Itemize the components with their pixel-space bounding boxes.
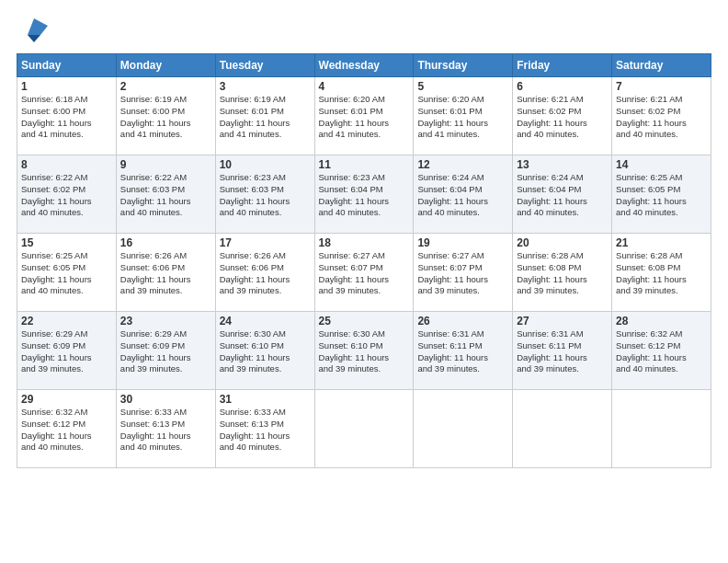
calendar-cell: 29Sunrise: 6:32 AMSunset: 6:12 PMDayligh… xyxy=(17,390,117,468)
cell-content: Sunrise: 6:28 AMSunset: 6:08 PMDaylight:… xyxy=(616,250,707,297)
cell-content: Sunrise: 6:29 AMSunset: 6:09 PMDaylight:… xyxy=(21,328,112,375)
calendar-cell: 11Sunrise: 6:23 AMSunset: 6:04 PMDayligh… xyxy=(314,155,414,234)
calendar-cell: 1Sunrise: 6:18 AMSunset: 6:00 PMDaylight… xyxy=(17,77,117,155)
cell-content: Sunrise: 6:21 AMSunset: 6:02 PMDaylight:… xyxy=(616,94,707,141)
calendar-cell: 23Sunrise: 6:29 AMSunset: 6:09 PMDayligh… xyxy=(116,312,215,390)
day-number: 1 xyxy=(21,80,112,93)
calendar-cell xyxy=(513,390,612,468)
cell-content: Sunrise: 6:20 AMSunset: 6:01 PMDaylight:… xyxy=(319,94,410,141)
calendar: SundayMondayTuesdayWednesdayThursdayFrid… xyxy=(17,53,711,468)
calendar-cell: 25Sunrise: 6:30 AMSunset: 6:10 PMDayligh… xyxy=(314,312,414,390)
calendar-cell: 12Sunrise: 6:24 AMSunset: 6:04 PMDayligh… xyxy=(414,155,513,234)
day-number: 11 xyxy=(319,158,410,171)
calendar-cell: 31Sunrise: 6:33 AMSunset: 6:13 PMDayligh… xyxy=(215,390,314,468)
day-number: 22 xyxy=(21,315,112,327)
day-number: 7 xyxy=(616,80,707,93)
day-number: 15 xyxy=(21,236,112,249)
calendar-cell xyxy=(414,390,513,468)
cell-content: Sunrise: 6:33 AMSunset: 6:13 PMDaylight:… xyxy=(220,407,311,454)
day-number: 17 xyxy=(220,236,311,249)
calendar-cell: 15Sunrise: 6:25 AMSunset: 6:05 PMDayligh… xyxy=(17,234,117,312)
cell-content: Sunrise: 6:30 AMSunset: 6:10 PMDaylight:… xyxy=(220,328,311,375)
weekday-header: Sunday xyxy=(17,54,117,77)
weekday-header: Thursday xyxy=(414,54,513,77)
calendar-cell: 19Sunrise: 6:27 AMSunset: 6:07 PMDayligh… xyxy=(414,234,513,312)
day-number: 29 xyxy=(21,393,112,406)
calendar-cell: 21Sunrise: 6:28 AMSunset: 6:08 PMDayligh… xyxy=(612,234,711,312)
day-number: 10 xyxy=(220,158,311,171)
cell-content: Sunrise: 6:22 AMSunset: 6:03 PMDaylight:… xyxy=(120,172,211,219)
day-number: 23 xyxy=(120,315,211,327)
cell-content: Sunrise: 6:33 AMSunset: 6:13 PMDaylight:… xyxy=(120,407,211,454)
day-number: 14 xyxy=(616,158,707,171)
day-number: 2 xyxy=(120,80,211,93)
cell-content: Sunrise: 6:30 AMSunset: 6:10 PMDaylight:… xyxy=(319,328,410,375)
day-number: 25 xyxy=(319,315,410,327)
cell-content: Sunrise: 6:24 AMSunset: 6:04 PMDaylight:… xyxy=(417,172,508,219)
calendar-cell: 8Sunrise: 6:22 AMSunset: 6:02 PMDaylight… xyxy=(17,155,117,234)
calendar-cell: 10Sunrise: 6:23 AMSunset: 6:03 PMDayligh… xyxy=(215,155,314,234)
day-number: 20 xyxy=(517,236,608,249)
weekday-header: Wednesday xyxy=(314,54,414,77)
calendar-cell: 24Sunrise: 6:30 AMSunset: 6:10 PMDayligh… xyxy=(215,312,314,390)
day-number: 8 xyxy=(21,158,112,171)
cell-content: Sunrise: 6:22 AMSunset: 6:02 PMDaylight:… xyxy=(21,172,112,219)
cell-content: Sunrise: 6:23 AMSunset: 6:03 PMDaylight:… xyxy=(220,172,311,219)
calendar-cell: 3Sunrise: 6:19 AMSunset: 6:01 PMDaylight… xyxy=(215,77,314,155)
calendar-cell: 27Sunrise: 6:31 AMSunset: 6:11 PMDayligh… xyxy=(513,312,612,390)
day-number: 26 xyxy=(417,315,508,327)
calendar-cell: 4Sunrise: 6:20 AMSunset: 6:01 PMDaylight… xyxy=(314,77,414,155)
cell-content: Sunrise: 6:27 AMSunset: 6:07 PMDaylight:… xyxy=(319,250,410,297)
calendar-cell: 17Sunrise: 6:26 AMSunset: 6:06 PMDayligh… xyxy=(215,234,314,312)
calendar-cell: 2Sunrise: 6:19 AMSunset: 6:00 PMDaylight… xyxy=(116,77,215,155)
cell-content: Sunrise: 6:25 AMSunset: 6:05 PMDaylight:… xyxy=(616,172,707,219)
cell-content: Sunrise: 6:32 AMSunset: 6:12 PMDaylight:… xyxy=(616,328,707,375)
day-number: 9 xyxy=(120,158,211,171)
cell-content: Sunrise: 6:25 AMSunset: 6:05 PMDaylight:… xyxy=(21,250,112,297)
cell-content: Sunrise: 6:31 AMSunset: 6:11 PMDaylight:… xyxy=(417,328,508,375)
day-number: 3 xyxy=(220,80,311,93)
day-number: 18 xyxy=(319,236,410,249)
header xyxy=(17,17,711,44)
calendar-cell: 6Sunrise: 6:21 AMSunset: 6:02 PMDaylight… xyxy=(513,77,612,155)
day-number: 30 xyxy=(120,393,211,406)
calendar-cell xyxy=(314,390,414,468)
cell-content: Sunrise: 6:20 AMSunset: 6:01 PMDaylight:… xyxy=(417,94,508,141)
calendar-cell: 22Sunrise: 6:29 AMSunset: 6:09 PMDayligh… xyxy=(17,312,117,390)
cell-content: Sunrise: 6:24 AMSunset: 6:04 PMDaylight:… xyxy=(517,172,608,219)
weekday-header: Monday xyxy=(116,54,215,77)
weekday-header: Saturday xyxy=(612,54,711,77)
day-number: 16 xyxy=(120,236,211,249)
cell-content: Sunrise: 6:21 AMSunset: 6:02 PMDaylight:… xyxy=(517,94,608,141)
calendar-cell: 30Sunrise: 6:33 AMSunset: 6:13 PMDayligh… xyxy=(116,390,215,468)
day-number: 27 xyxy=(517,315,608,327)
calendar-cell: 20Sunrise: 6:28 AMSunset: 6:08 PMDayligh… xyxy=(513,234,612,312)
calendar-cell: 13Sunrise: 6:24 AMSunset: 6:04 PMDayligh… xyxy=(513,155,612,234)
svg-marker-0 xyxy=(28,18,48,35)
cell-content: Sunrise: 6:27 AMSunset: 6:07 PMDaylight:… xyxy=(417,250,508,297)
day-number: 28 xyxy=(616,315,707,327)
page: SundayMondayTuesdayWednesdayThursdayFrid… xyxy=(0,0,728,563)
calendar-cell: 9Sunrise: 6:22 AMSunset: 6:03 PMDaylight… xyxy=(116,155,215,234)
calendar-cell: 26Sunrise: 6:31 AMSunset: 6:11 PMDayligh… xyxy=(414,312,513,390)
logo-icon xyxy=(20,17,48,44)
day-number: 4 xyxy=(319,80,410,93)
logo xyxy=(17,17,48,44)
day-number: 19 xyxy=(417,236,508,249)
cell-content: Sunrise: 6:19 AMSunset: 6:01 PMDaylight:… xyxy=(220,94,311,141)
calendar-cell: 28Sunrise: 6:32 AMSunset: 6:12 PMDayligh… xyxy=(612,312,711,390)
cell-content: Sunrise: 6:23 AMSunset: 6:04 PMDaylight:… xyxy=(319,172,410,219)
calendar-cell xyxy=(612,390,711,468)
cell-content: Sunrise: 6:26 AMSunset: 6:06 PMDaylight:… xyxy=(120,250,211,297)
calendar-cell: 18Sunrise: 6:27 AMSunset: 6:07 PMDayligh… xyxy=(314,234,414,312)
day-number: 6 xyxy=(517,80,608,93)
cell-content: Sunrise: 6:31 AMSunset: 6:11 PMDaylight:… xyxy=(517,328,608,375)
calendar-cell: 16Sunrise: 6:26 AMSunset: 6:06 PMDayligh… xyxy=(116,234,215,312)
calendar-cell: 7Sunrise: 6:21 AMSunset: 6:02 PMDaylight… xyxy=(612,77,711,155)
cell-content: Sunrise: 6:28 AMSunset: 6:08 PMDaylight:… xyxy=(517,250,608,297)
cell-content: Sunrise: 6:19 AMSunset: 6:00 PMDaylight:… xyxy=(120,94,211,141)
cell-content: Sunrise: 6:32 AMSunset: 6:12 PMDaylight:… xyxy=(21,407,112,454)
cell-content: Sunrise: 6:18 AMSunset: 6:00 PMDaylight:… xyxy=(21,94,112,141)
day-number: 12 xyxy=(417,158,508,171)
cell-content: Sunrise: 6:26 AMSunset: 6:06 PMDaylight:… xyxy=(220,250,311,297)
